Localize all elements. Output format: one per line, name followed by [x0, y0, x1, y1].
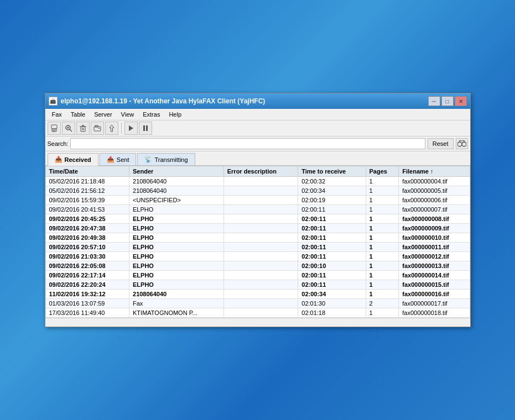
cell-2 [223, 224, 298, 233]
cell-0: 09/02/2016 22:17:14 [45, 271, 129, 280]
svg-line-5 [70, 129, 72, 132]
cell-1: ELPHO [129, 224, 224, 233]
cell-4: 1 [366, 186, 399, 196]
table-row[interactable]: 09/02/2016 20:45:25ELPHO02:00:111fax0000… [45, 214, 470, 224]
menu-help[interactable]: Help [164, 110, 186, 119]
cell-4: 1 [366, 177, 399, 186]
table-body: 05/02/2016 21:18:48210806404002:00:321fa… [45, 177, 470, 318]
cell-1: 2108064040 [129, 290, 224, 299]
cell-5: fax000000016.tif [399, 290, 470, 299]
cell-4: 1 [366, 290, 399, 299]
tab-transmitting[interactable]: 📡 Transmitting [137, 153, 195, 165]
tab-sent[interactable]: 📤 Sent [100, 153, 137, 165]
toolbar-separator-1 [121, 123, 122, 134]
search-bar: Search: Reset [45, 136, 470, 151]
search-input[interactable] [70, 138, 425, 149]
main-window: 📠 elpho1@192.168.1.19 - Yet Another Java… [45, 93, 471, 327]
svg-rect-8 [81, 127, 85, 132]
table-row[interactable]: 09/02/2016 15:59:39<UNSPECIFIED>02:00:19… [45, 196, 470, 205]
col-pages[interactable]: Pages [366, 166, 399, 177]
cell-1: ELPHO [129, 261, 224, 271]
table-row[interactable]: 09/02/2016 20:57:10ELPHO02:00:111fax0000… [45, 243, 470, 252]
title-bar: 📠 elpho1@192.168.1.19 - Yet Another Java… [45, 93, 470, 109]
table-row[interactable]: 01/03/2016 13:07:59Fax02:01:302fax000000… [45, 299, 470, 308]
cell-5: fax000000015.tif [399, 280, 470, 290]
table-row[interactable]: 09/02/2016 20:47:38ELPHO02:00:111fax0000… [45, 224, 470, 233]
table-row[interactable]: 09/02/2016 22:05:08ELPHO02:00:101fax0000… [45, 261, 470, 271]
col-sender[interactable]: Sender [129, 166, 224, 177]
tab-received[interactable]: 📥 Received [48, 153, 98, 166]
minimize-button[interactable]: ─ [428, 96, 440, 106]
col-ttr[interactable]: Time to receive [298, 166, 366, 177]
svg-rect-18 [143, 125, 145, 131]
menu-table[interactable]: Table [66, 110, 90, 119]
cell-1: ELPHO [129, 280, 224, 290]
menu-view[interactable]: View [117, 110, 139, 119]
cell-0: 17/03/2016 11:49:40 [45, 308, 129, 318]
cell-0: 09/02/2016 22:05:08 [45, 261, 129, 271]
zoom-button[interactable] [62, 122, 75, 135]
reset-button[interactable]: Reset [428, 138, 454, 149]
print-button[interactable] [48, 122, 61, 135]
cell-2 [223, 233, 298, 243]
menu-bar: Fax Table Server View Extras Help [45, 109, 470, 120]
cell-5: fax000000009.tif [399, 224, 470, 233]
table-row[interactable]: 09/02/2016 20:41:53ELPHO02:00:111fax0000… [45, 205, 470, 214]
cell-0: 05/02/2016 21:56:12 [45, 186, 129, 196]
cell-1: 2108064040 [129, 186, 224, 196]
cell-2 [223, 299, 298, 308]
cell-3: 02:00:11 [298, 280, 366, 290]
table-row[interactable]: 09/02/2016 20:49:38ELPHO02:00:111fax0000… [45, 233, 470, 243]
cell-4: 1 [366, 233, 399, 243]
cell-1: 2108064040 [129, 177, 224, 186]
menu-extras[interactable]: Extras [138, 110, 164, 119]
fax-button[interactable] [91, 122, 104, 135]
cell-1: ELPHO [129, 205, 224, 214]
table-row[interactable]: 09/02/2016 21:03:30ELPHO02:00:111fax0000… [45, 252, 470, 261]
close-button[interactable]: ✕ [455, 96, 467, 106]
table-row[interactable]: 09/02/2016 22:17:14ELPHO02:00:111fax0000… [45, 271, 470, 280]
cell-2 [223, 308, 298, 318]
cell-5: fax000000012.tif [399, 252, 470, 261]
cell-1: ELPHO [129, 233, 224, 243]
cell-0: 01/03/2016 13:07:59 [45, 299, 129, 308]
maximize-button[interactable]: □ [441, 96, 454, 106]
sent-tab-icon: 📤 [107, 156, 115, 163]
menu-server[interactable]: Server [90, 110, 116, 119]
window-title: elpho1@192.168.1.19 - Yet Another Java H… [61, 97, 266, 105]
delete-button[interactable] [76, 122, 90, 135]
cell-2 [223, 290, 298, 299]
table-row[interactable]: 17/03/2016 11:49:40KTIMATOGNOMON P...02:… [45, 308, 470, 318]
col-filename[interactable]: Filename ↑ [399, 166, 470, 177]
table-row[interactable]: 09/02/2016 22:20:24ELPHO02:00:111fax0000… [45, 280, 470, 290]
col-error[interactable]: Error description [223, 166, 298, 177]
cell-1: Fax [129, 299, 224, 308]
fax-table-container[interactable]: Time/Date Sender Error description Time … [45, 166, 470, 318]
table-header-row: Time/Date Sender Error description Time … [45, 166, 470, 177]
cell-5: fax000000014.tif [399, 271, 470, 280]
table-row[interactable]: 05/02/2016 21:18:48210806404002:00:321fa… [45, 177, 470, 186]
svg-rect-3 [53, 131, 55, 132]
pause-button[interactable] [139, 122, 152, 135]
cell-0: 09/02/2016 20:57:10 [45, 243, 129, 252]
cell-3: 02:01:30 [298, 299, 366, 308]
cell-2 [223, 261, 298, 271]
cell-3: 02:00:34 [298, 290, 366, 299]
play-button[interactable] [124, 122, 138, 135]
svg-marker-17 [129, 125, 133, 131]
toolbar [45, 120, 470, 136]
search-label: Search: [48, 140, 69, 147]
cell-2 [223, 177, 298, 186]
cell-0: 11/02/2016 19:32:12 [45, 290, 129, 299]
cell-5: fax000000007.tif [399, 205, 470, 214]
cell-5: fax000000008.tif [399, 214, 470, 224]
export-button[interactable] [105, 122, 118, 135]
table-row[interactable]: 11/02/2016 19:32:12210806404002:00:341fa… [45, 290, 470, 299]
col-time-date[interactable]: Time/Date [45, 166, 129, 177]
binoculars-button[interactable] [456, 138, 468, 149]
menu-fax[interactable]: Fax [48, 110, 66, 119]
table-row[interactable]: 05/02/2016 21:56:12210806404002:00:341fa… [45, 186, 470, 196]
svg-point-21 [462, 142, 466, 146]
cell-3: 02:01:18 [298, 308, 366, 318]
cell-4: 1 [366, 243, 399, 252]
